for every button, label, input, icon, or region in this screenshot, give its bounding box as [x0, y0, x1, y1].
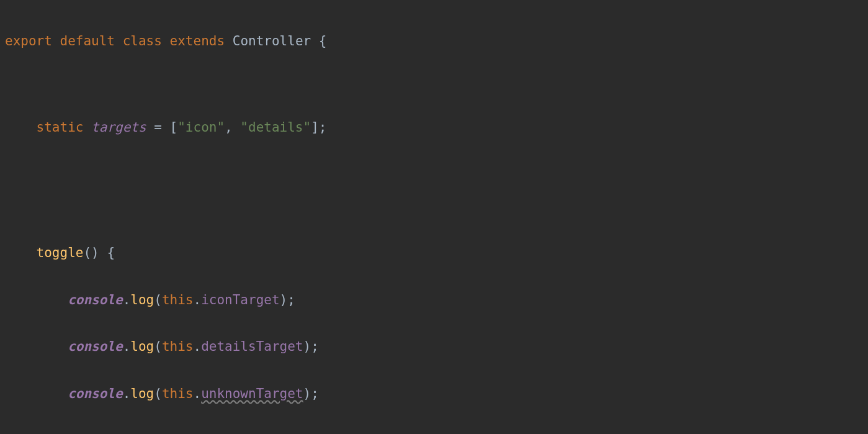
code-editor[interactable]: export default class extends Controller …: [5, 7, 863, 434]
semicolon: ;: [287, 292, 295, 307]
keyword-this: this: [162, 386, 194, 401]
property-unknowntarget-warning: unknownTarget: [201, 386, 303, 401]
property-detailstarget: detailsTarget: [201, 339, 303, 354]
indent: [5, 245, 37, 260]
bracket-close: ]: [311, 120, 319, 135]
code-line-blank[interactable]: [5, 200, 863, 220]
method-log: log: [130, 339, 154, 354]
code-line-blank[interactable]: [5, 160, 863, 180]
code-line-4[interactable]: console.log(this.iconTarget);: [5, 286, 863, 314]
semicolon: ;: [311, 339, 319, 354]
string-details: "details": [240, 120, 311, 135]
paren-open: (: [154, 292, 162, 307]
keyword-export: export: [5, 34, 52, 48]
semicolon: ;: [319, 120, 327, 135]
paren-open: (: [154, 386, 162, 401]
console-object: console: [68, 386, 123, 401]
comma: ,: [225, 120, 240, 135]
paren-close: ): [303, 386, 311, 401]
console-object: console: [68, 292, 123, 307]
dot: .: [194, 386, 202, 401]
dot: .: [194, 292, 202, 307]
keyword-static: static: [37, 120, 84, 135]
keyword-this: this: [162, 339, 194, 354]
indent: [5, 386, 68, 401]
parens: (): [83, 245, 99, 260]
equals: =: [146, 120, 170, 135]
keyword-class: class: [123, 34, 162, 48]
dot: .: [123, 292, 131, 307]
bracket-open: [: [170, 120, 178, 135]
console-object: console: [68, 339, 123, 354]
indent: [5, 292, 68, 307]
code-line-1[interactable]: export default class extends Controller …: [5, 27, 863, 55]
brace-open: {: [99, 245, 115, 260]
code-line-6[interactable]: console.log(this.unknownTarget);: [5, 380, 863, 407]
method-log: log: [130, 292, 154, 307]
code-line-blank[interactable]: [5, 74, 863, 94]
paren-close: ): [280, 292, 288, 307]
brace-open: {: [311, 34, 326, 48]
code-line-5[interactable]: console.log(this.detailsTarget);: [5, 333, 863, 360]
dot: .: [194, 339, 202, 354]
property-icontarget: iconTarget: [201, 292, 279, 307]
code-line-3[interactable]: toggle() {: [5, 239, 863, 266]
field-targets: targets: [91, 120, 146, 135]
string-icon: "icon": [177, 120, 225, 135]
identifier-controller: Controller: [233, 34, 311, 48]
code-line-2[interactable]: static targets = ["icon", "details"];: [5, 114, 863, 141]
paren-close: ): [303, 339, 311, 354]
code-line-7[interactable]: }: [5, 427, 863, 434]
indent: [5, 120, 37, 135]
keyword-this: this: [162, 292, 194, 307]
paren-open: (: [154, 339, 162, 354]
method-log: log: [130, 386, 154, 401]
method-toggle: toggle: [37, 245, 84, 260]
indent: [5, 339, 68, 354]
keyword-extends: extends: [170, 34, 225, 48]
dot: .: [123, 386, 131, 401]
keyword-default: default: [60, 34, 115, 48]
dot: .: [123, 339, 131, 354]
semicolon: ;: [311, 386, 319, 401]
